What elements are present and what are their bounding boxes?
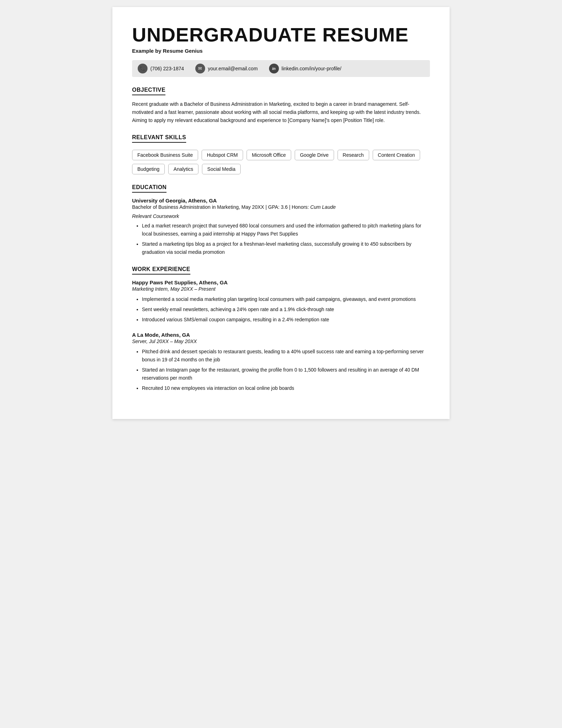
skill-tag: Hubspot CRM	[202, 150, 243, 160]
work-company: A La Mode, Athens, GA	[132, 332, 430, 338]
work-entry: A La Mode, Athens, GAServer, Jul 20XX – …	[132, 332, 430, 392]
school-name: University of Georgia, Athens, GA	[132, 198, 430, 204]
skills-section: RELEVANT SKILLS Facebook Business SuiteH…	[132, 134, 430, 174]
edu-bullet: Started a marketing tips blog as a proje…	[142, 240, 430, 256]
work-bullet: Sent weekly email newsletters, achieving…	[142, 305, 430, 314]
work-title: Server, Jul 20XX – May 20XX	[132, 339, 430, 344]
resume-byline: Example by Resume Genius	[132, 48, 430, 54]
work-company: Happy Paws Pet Supplies, Athens, GA	[132, 279, 430, 285]
work-title: Marketing Intern, May 20XX – Present	[132, 286, 430, 292]
skills-heading: RELEVANT SKILLS	[132, 134, 186, 143]
work-bullet: Pitched drink and dessert specials to re…	[142, 348, 430, 364]
contact-email: ✉ your.email@email.com	[195, 64, 258, 73]
email-address: your.email@email.com	[208, 66, 258, 71]
education-bullets: Led a market research project that surve…	[132, 222, 430, 256]
skill-tag: Budgeting	[132, 164, 165, 174]
work-bullet: Introduced various SMS/email coupon camp…	[142, 316, 430, 324]
skill-tag: Microsoft Office	[247, 150, 291, 160]
resume-title: UNDERGRADUATE RESUME	[132, 24, 430, 46]
contact-linkedin: in linkedin.com/in/your-profile/	[269, 64, 341, 73]
work-bullets: Pitched drink and dessert specials to re…	[132, 348, 430, 392]
contact-phone: 📞 (706) 223-1874	[138, 64, 184, 73]
email-icon: ✉	[195, 64, 205, 73]
resume-document: UNDERGRADUATE RESUME Example by Resume G…	[112, 7, 450, 419]
edu-degree: Bachelor of Business Administration in M…	[132, 204, 430, 210]
objective-section: OBJECTIVE Recent graduate with a Bachelo…	[132, 87, 430, 124]
phone-number: (706) 223-1874	[150, 66, 184, 71]
coursework-label: Relevant Coursework	[132, 213, 430, 219]
linkedin-icon: in	[269, 64, 279, 73]
edu-bullet: Led a market research project that surve…	[142, 222, 430, 238]
skill-tag: Research	[338, 150, 369, 160]
work-experience-section: WORK EXPERIENCE Happy Paws Pet Supplies,…	[132, 266, 430, 392]
skill-tag: Analytics	[168, 164, 198, 174]
skill-tag: Social Media	[202, 164, 241, 174]
phone-icon: 📞	[138, 64, 148, 73]
work-bullet: Recruited 10 new employees via interacti…	[142, 384, 430, 392]
work-bullet: Implemented a social media marketing pla…	[142, 295, 430, 303]
skill-tag: Content Creation	[373, 150, 420, 160]
skill-tag: Facebook Business Suite	[132, 150, 198, 160]
work-bullets: Implemented a social media marketing pla…	[132, 295, 430, 324]
work-bullet: Started an Instagram page for the restau…	[142, 366, 430, 382]
objective-heading: OBJECTIVE	[132, 87, 165, 95]
objective-text: Recent graduate with a Bachelor of Busin…	[132, 100, 430, 124]
education-section: EDUCATION University of Georgia, Athens,…	[132, 184, 430, 256]
education-heading: EDUCATION	[132, 184, 166, 193]
work-heading: WORK EXPERIENCE	[132, 266, 190, 275]
skill-tag: Google Drive	[295, 150, 334, 160]
linkedin-url: linkedin.com/in/your-profile/	[282, 66, 341, 71]
contact-bar: 📞 (706) 223-1874 ✉ your.email@email.com …	[132, 60, 430, 77]
work-entry: Happy Paws Pet Supplies, Athens, GAMarke…	[132, 279, 430, 324]
skills-grid: Facebook Business SuiteHubspot CRMMicros…	[132, 150, 430, 174]
